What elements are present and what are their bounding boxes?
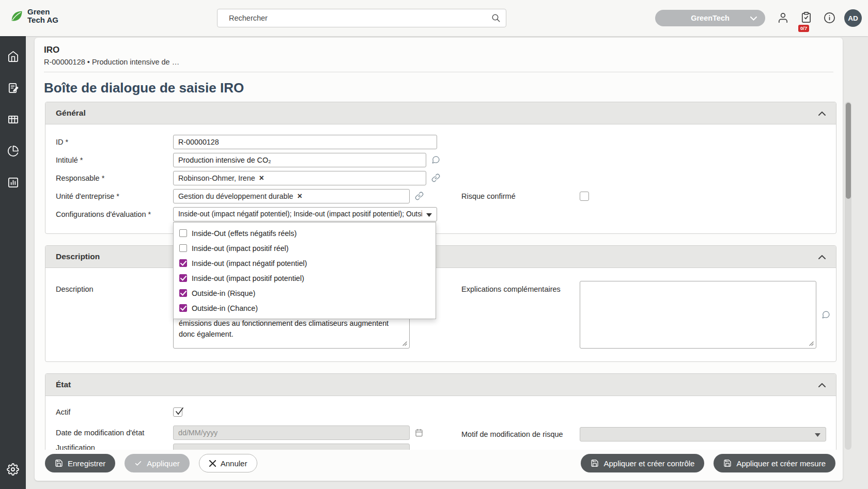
remove-tag-icon[interactable]: ×	[259, 174, 264, 182]
option-checkbox[interactable]	[179, 259, 187, 267]
leaf-icon	[9, 9, 24, 23]
main-content-card: IRO R-00000128 • Production intensive de…	[35, 38, 843, 481]
explications-label: Explications complémentaires	[461, 281, 580, 349]
actif-label: Actif	[56, 408, 173, 416]
footer-action-bar: Enregistrer Appliquer Annuler Appliquer …	[45, 454, 835, 472]
option-checkbox[interactable]	[179, 289, 187, 297]
scrollbar-track[interactable]	[845, 102, 851, 450]
analytics-icon[interactable]	[7, 145, 19, 157]
dropdown-option[interactable]: Outside-in (Risque)	[174, 286, 436, 301]
search-icon[interactable]	[491, 13, 501, 23]
tasks-count-badge: 0/7	[798, 25, 809, 32]
info-icon[interactable]	[824, 12, 835, 24]
option-label: Inside-out (impact négatif potentiel)	[192, 259, 307, 267]
form-scroll-area: Général ID * Intitulé *	[45, 102, 836, 450]
close-icon	[209, 460, 216, 467]
collapse-icon	[818, 383, 826, 387]
risque-confirme-checkbox[interactable]	[580, 192, 589, 201]
cancel-button-label: Annuler	[221, 459, 247, 468]
save-icon	[723, 459, 732, 467]
dropdown-option[interactable]: Inside-out (impact positif potentiel)	[174, 271, 436, 286]
section-etat-header[interactable]: État	[45, 374, 836, 396]
option-checkbox[interactable]	[179, 244, 187, 252]
config-label: Configurations d'évaluation *	[56, 210, 173, 218]
config-multiselect[interactable]: Inside-out (impact négatif potentiel); I…	[173, 207, 437, 222]
responsable-field[interactable]: Robinson-Ohmer, Irene ×	[173, 171, 426, 185]
check-icon	[134, 460, 142, 467]
date-label: Date de modification d'état	[56, 429, 173, 437]
breadcrumb: R-00000128 • Production intensive de …	[44, 58, 833, 66]
option-label: Outside-in (Risque)	[192, 289, 255, 297]
option-label: Outside-in (Chance)	[192, 304, 258, 312]
save-icon	[591, 459, 599, 467]
link-icon[interactable]	[431, 173, 440, 182]
collapse-icon	[818, 112, 826, 116]
date-field	[173, 425, 410, 440]
chevron-down-icon	[750, 17, 757, 21]
calendar-icon	[415, 429, 423, 437]
settings-icon[interactable]	[7, 463, 19, 476]
link-icon[interactable]	[415, 192, 424, 200]
actif-checkbox[interactable]	[173, 407, 182, 417]
option-checkbox[interactable]	[179, 304, 187, 312]
reports-icon[interactable]	[7, 177, 19, 188]
id-label: ID *	[56, 138, 173, 146]
section-description-header[interactable]: Description	[45, 246, 836, 268]
user-icon[interactable]	[777, 12, 789, 24]
justification-row: Justification	[45, 444, 836, 450]
forms-icon[interactable]	[7, 82, 19, 94]
save-button-label: Enregistrer	[68, 459, 105, 468]
option-checkbox[interactable]	[179, 229, 187, 237]
tasks-icon[interactable]	[800, 11, 812, 24]
tenant-selector-button[interactable]: GreenTech	[655, 10, 765, 26]
section-general-header[interactable]: Général	[45, 102, 836, 124]
resize-icon[interactable]	[400, 339, 408, 346]
home-icon[interactable]	[7, 51, 19, 62]
section-description-title: Description	[56, 252, 100, 261]
apply-button: Appliquer	[125, 454, 189, 472]
avatar[interactable]: AD	[844, 9, 862, 27]
dropdown-option[interactable]: Inside-out (impact positif réel)	[174, 241, 436, 256]
dropdown-option[interactable]: Inside-Out (effets négatifs réels)	[174, 226, 436, 241]
apply-button-label: Appliquer	[147, 459, 179, 468]
description-label: Description	[56, 281, 173, 349]
scrollbar-thumb[interactable]	[846, 103, 851, 199]
unite-row: Unité d'entreprise * Gestion du développ…	[45, 187, 836, 205]
config-dropdown-panel: Inside-Out (effets négatifs réels) Insid…	[173, 222, 436, 319]
apply-create-measure-label: Appliquer et créer mesure	[736, 459, 826, 468]
search-input[interactable]	[217, 9, 506, 27]
remove-tag-icon[interactable]: ×	[298, 192, 302, 200]
section-general: Général ID * Intitulé *	[45, 102, 836, 234]
date-row: Date de modification d'état Motif de mod…	[45, 425, 836, 440]
section-general-title: Général	[56, 108, 86, 118]
apply-create-control-button[interactable]: Appliquer et créer contrôle	[581, 454, 704, 472]
unite-field[interactable]: Gestion du développement durable ×	[173, 189, 410, 203]
comment-icon[interactable]	[431, 155, 440, 164]
table-icon[interactable]	[7, 114, 19, 125]
module-title: IRO	[44, 45, 833, 55]
sidebar	[0, 36, 26, 489]
collapse-icon	[818, 255, 826, 259]
option-checkbox[interactable]	[179, 274, 187, 282]
explications-textarea[interactable]	[580, 281, 816, 349]
app-logo: Green Tech AG	[9, 8, 58, 24]
id-field[interactable]	[173, 135, 437, 149]
unite-label: Unité d'entreprise *	[56, 192, 173, 200]
dropdown-option[interactable]: Inside-out (impact négatif potentiel)	[174, 256, 436, 271]
section-etat-title: État	[56, 380, 71, 389]
save-button[interactable]: Enregistrer	[45, 454, 115, 472]
responsable-label: Responsable *	[56, 174, 173, 182]
apply-create-measure-button[interactable]: Appliquer et créer mesure	[714, 454, 835, 472]
top-bar: Green Tech AG GreenTech 0/7 AD	[0, 0, 868, 36]
intitule-field[interactable]	[173, 153, 426, 167]
responsable-row: Responsable * Robinson-Ohmer, Irene ×	[45, 169, 836, 187]
comment-icon[interactable]	[822, 310, 830, 319]
responsable-value: Robinson-Ohmer, Irene	[178, 174, 255, 182]
justification-label: Justification	[56, 444, 173, 450]
dropdown-option[interactable]: Outside-in (Chance)	[174, 301, 436, 316]
cancel-button[interactable]: Annuler	[199, 454, 258, 472]
actif-row: Actif	[45, 404, 836, 420]
resize-icon[interactable]	[807, 339, 814, 346]
id-row: ID *	[45, 133, 836, 151]
logo-line2: Tech AG	[27, 16, 58, 24]
